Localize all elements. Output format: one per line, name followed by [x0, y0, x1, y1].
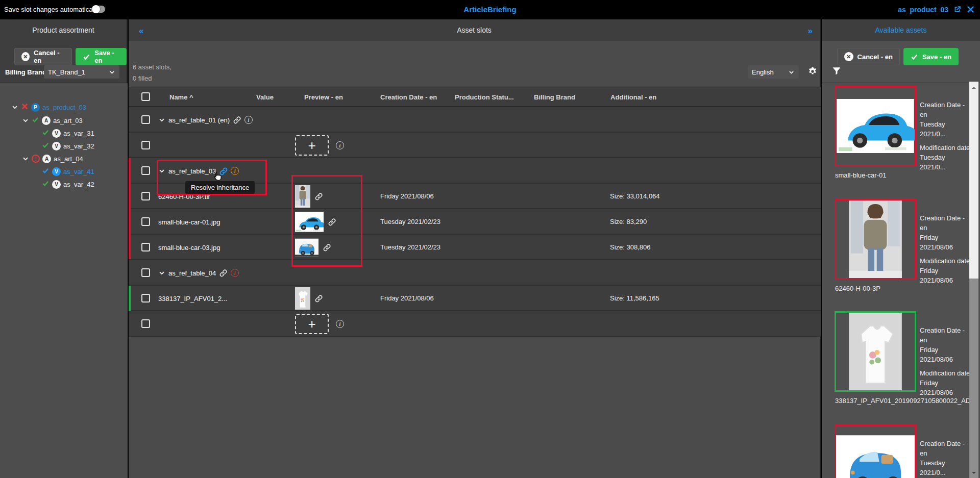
save-button[interactable]: Save - en — [903, 48, 959, 65]
billing-brand-select[interactable]: TK_Brand_1 — [44, 65, 119, 79]
row-checkbox[interactable] — [141, 115, 150, 124]
asset-card[interactable] — [835, 199, 916, 280]
chevron-down-icon[interactable] — [158, 269, 165, 276]
scroll-down-icon[interactable] — [971, 469, 977, 475]
file-size: Size: 308,806 — [610, 243, 651, 251]
save-button[interactable]: Save - en — [76, 48, 127, 65]
table-row-add: + i — [129, 133, 821, 158]
tree-item-label: as_art_03 — [53, 117, 83, 124]
file-size: Size: 83,290 — [610, 218, 647, 225]
check-icon — [42, 167, 50, 176]
chevron-down-icon[interactable] — [22, 117, 29, 124]
scrollbar-thumb[interactable] — [969, 82, 978, 279]
open-external-icon[interactable] — [953, 5, 962, 14]
info-icon[interactable]: i — [244, 116, 253, 124]
language-select[interactable]: English — [748, 65, 799, 79]
creation-date-value: Tuesday 2021/0... — [920, 458, 971, 477]
table-row-asset[interactable]: 338137_IP_AFV01_2... Friday 2021/08/06 S… — [129, 286, 821, 311]
asset-card[interactable] — [835, 424, 916, 478]
column-billing-brand[interactable]: Billing Brand — [534, 93, 575, 101]
check-icon — [42, 129, 50, 138]
asset-card[interactable] — [835, 86, 916, 166]
link-icon[interactable] — [219, 269, 228, 278]
row-checkbox[interactable] — [141, 294, 150, 303]
tree-item-product[interactable]: P as_product_03 — [11, 101, 86, 113]
link-icon[interactable] — [233, 116, 241, 124]
variant-type-icon: V — [52, 129, 61, 138]
column-preview[interactable]: Preview - en — [304, 93, 343, 101]
filter-icon[interactable] — [832, 66, 841, 76]
add-asset-button[interactable]: + — [295, 314, 329, 334]
table-row-group[interactable]: as_ref_table_01 (en) i — [129, 107, 821, 133]
tree-item-article[interactable]: A as_art_03 — [22, 114, 83, 127]
column-name[interactable]: Name ^ — [169, 93, 193, 101]
asset-card-meta: Creation Date - en Friday 2021/08/06 Mod… — [920, 325, 971, 397]
file-size: Size: 33,014,064 — [610, 192, 660, 200]
left-panel-title: Product assortment — [0, 26, 127, 34]
slot-name: as_ref_table_04 — [168, 269, 216, 277]
asset-card-name: small-blue-car-01 — [835, 171, 972, 179]
link-icon[interactable] — [314, 294, 323, 303]
asset-image-toy-car — [836, 435, 915, 478]
hand-cursor — [212, 170, 223, 182]
tree-item-variant[interactable]: V as_var_32 — [42, 140, 94, 152]
row-checkbox[interactable] — [141, 192, 150, 200]
save-button-label: Save - en — [922, 53, 951, 61]
column-additional[interactable]: Additional - en — [610, 93, 656, 101]
scroll-up-icon[interactable] — [971, 84, 977, 90]
column-production-status[interactable]: Production Statu... — [455, 93, 514, 101]
chevron-down-icon[interactable] — [158, 116, 165, 123]
row-checkbox[interactable] — [141, 166, 150, 175]
asset-slots-panel: Asset slots « » 6 asset slots, 0 filled … — [129, 19, 821, 478]
modification-date-label: Modification date — [920, 368, 971, 378]
tree-item-variant[interactable]: V as_var_31 — [42, 127, 94, 139]
app-title: ArticleBriefing — [0, 5, 980, 14]
product-type-icon: P — [31, 103, 40, 112]
asset-card-name: 62460-H-00-3P — [835, 285, 972, 292]
tree-item-article[interactable]: ! A as_art_04 — [22, 153, 83, 165]
creation-date: Tuesday 2021/02/23 — [380, 218, 440, 225]
table-row-group[interactable]: as_ref_table_04 i — [129, 260, 821, 286]
slot-summary-line1: 6 asset slots, — [133, 63, 172, 71]
asset-thumbnail-tshirt[interactable] — [295, 287, 310, 310]
asset-slots-title: Asset slots — [129, 26, 820, 34]
modification-date-label: Modification date — [920, 256, 971, 266]
gear-icon[interactable] — [807, 66, 818, 77]
check-icon — [42, 141, 50, 150]
available-assets-title: Available assets — [822, 26, 980, 34]
collapse-right-icon[interactable]: » — [808, 26, 813, 36]
cancel-button[interactable]: ✕ Cancel - en — [837, 48, 900, 65]
chevron-down-icon[interactable] — [22, 155, 29, 162]
column-value[interactable]: Value — [256, 93, 274, 101]
row-checkbox[interactable] — [141, 319, 150, 328]
asset-card-meta: Creation Date - en Friday 2021/08/06 Mod… — [920, 213, 971, 285]
chevron-down-icon — [109, 69, 115, 76]
close-icon[interactable] — [966, 5, 975, 14]
add-asset-button[interactable]: + — [295, 135, 329, 156]
chevron-down-icon[interactable] — [11, 104, 18, 111]
tree-item-variant[interactable]: V as_var_42 — [42, 178, 94, 190]
creation-date-value: Friday 2021/08/06 — [920, 233, 971, 252]
asset-image-tshirt — [847, 313, 903, 390]
info-icon[interactable]: i — [336, 141, 344, 149]
asset-card[interactable] — [835, 311, 916, 392]
row-checkbox[interactable] — [141, 268, 150, 277]
info-icon[interactable]: i — [336, 320, 344, 328]
table-row-asset[interactable]: small-blue-car-01.jpg Tuesday 2021/02/23… — [129, 209, 821, 235]
info-icon[interactable]: i — [231, 269, 239, 277]
asset-image-woman — [848, 200, 902, 278]
row-checkbox[interactable] — [141, 243, 150, 251]
select-all-checkbox[interactable] — [141, 92, 150, 101]
row-checkbox[interactable] — [141, 217, 150, 226]
table-row-asset[interactable]: small-blue-car-03.jpg Tuesday 2021/02/23… — [129, 235, 821, 260]
scrollbar-track[interactable] — [969, 279, 978, 478]
collapse-left-icon[interactable]: « — [139, 26, 143, 36]
asset-image-blue-car — [836, 99, 915, 153]
tree-item-variant[interactable]: V as_var_41 — [42, 165, 94, 178]
top-bar: Save slot changes automatically ArticleB… — [0, 0, 980, 19]
row-checkbox[interactable] — [141, 141, 150, 149]
cancel-button[interactable]: ✕ Cancel - en — [14, 48, 72, 65]
column-creation-date[interactable]: Creation Date - en — [380, 93, 437, 101]
asset-name: small-blue-car-01.jpg — [158, 218, 220, 226]
saved-row-indicator — [129, 286, 131, 311]
